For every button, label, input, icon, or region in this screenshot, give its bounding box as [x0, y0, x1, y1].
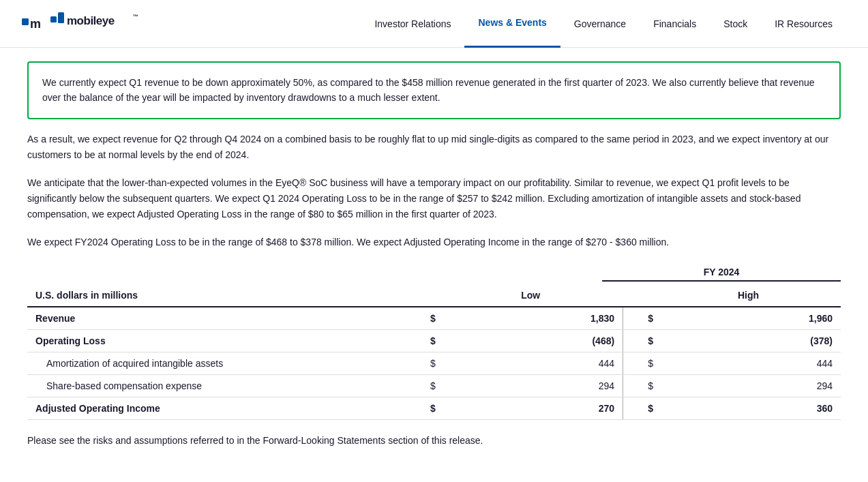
value-high-operating-loss: (378) [656, 330, 841, 352]
svg-text:mobileye: mobileye [67, 14, 115, 27]
nav-ir-resources[interactable]: IR Resources [761, 0, 846, 48]
paragraph-3: We anticipate that the lower-than-expect… [27, 175, 841, 222]
table-row: Adjusted Operating Income$270$360 [27, 397, 841, 420]
value-low-operating-loss: (468) [438, 330, 623, 352]
financial-table: U.S. dollars in millions Low High Revenu… [27, 284, 841, 420]
divider-share-based [623, 375, 640, 397]
value-high-amortization: 444 [656, 352, 841, 375]
dollar-high-revenue: $ [640, 307, 656, 330]
divider-amortization [623, 352, 640, 375]
svg-rect-1 [22, 18, 29, 25]
table-row: Amortization of acquired intangible asse… [27, 352, 841, 375]
divider-operating-loss [623, 330, 640, 352]
logo[interactable]: m mobileye ™ [22, 11, 139, 37]
table-header-row: U.S. dollars in millions Low High [27, 284, 841, 307]
value-high-revenue: 1,960 [656, 307, 841, 330]
dollar-high-operating-loss: $ [640, 330, 656, 352]
main-nav: Investor Relations News & Events Governa… [361, 0, 846, 48]
svg-rect-3 [50, 16, 57, 22]
highlight-paragraph: We currently expect Q1 revenue to be dow… [27, 61, 841, 119]
nav-financials[interactable]: Financials [640, 0, 710, 48]
table-row: Operating Loss$(468)$(378) [27, 330, 841, 352]
paragraph-2: As a result, we expect revenue for Q2 th… [27, 132, 841, 163]
divider-adjusted-operating-income [623, 397, 640, 420]
dollar-low-share-based: $ [422, 375, 438, 397]
svg-text:m: m [30, 17, 41, 31]
row-label-revenue: Revenue [27, 307, 422, 330]
table-row: Share-based compensation expense$294$294 [27, 375, 841, 397]
nav-news-events[interactable]: News & Events [464, 0, 560, 48]
value-low-revenue: 1,830 [438, 307, 623, 330]
table-row: Revenue$1,830$1,960 [27, 307, 841, 330]
dollar-high-share-based: $ [640, 375, 656, 397]
svg-rect-4 [58, 12, 64, 23]
dollar-low-operating-loss: $ [422, 330, 438, 352]
dollar-low-amortization: $ [422, 352, 438, 375]
fy-label-row: FY 2024 [27, 267, 841, 282]
row-label-amortization: Amortization of acquired intangible asse… [27, 352, 422, 375]
value-low-amortization: 444 [438, 352, 623, 375]
logo-text: mobileye ™ [50, 11, 139, 37]
fy-label: FY 2024 [602, 267, 841, 282]
dollar-low-adjusted-operating-income: $ [422, 397, 438, 420]
nav-governance[interactable]: Governance [560, 0, 640, 48]
row-label-operating-loss: Operating Loss [27, 330, 422, 352]
col-dollar-high [640, 284, 656, 307]
divider-revenue [623, 307, 640, 330]
site-header: m mobileye ™ Investor Relations News & E… [0, 0, 868, 48]
main-content: We currently expect Q1 revenue to be dow… [0, 48, 868, 475]
value-low-share-based: 294 [438, 375, 623, 397]
col-high-header: High [656, 284, 841, 307]
nav-investor-relations[interactable]: Investor Relations [361, 0, 464, 48]
value-high-share-based: 294 [656, 375, 841, 397]
value-high-adjusted-operating-income: 360 [656, 397, 841, 420]
paragraph-4: We expect FY2024 Operating Loss to be in… [27, 235, 841, 250]
value-low-adjusted-operating-income: 270 [438, 397, 623, 420]
col-description: U.S. dollars in millions [27, 284, 422, 307]
row-label-share-based: Share-based compensation expense [27, 375, 422, 397]
dollar-high-amortization: $ [640, 352, 656, 375]
col-dollar-low [422, 284, 438, 307]
nav-stock[interactable]: Stock [710, 0, 761, 48]
highlight-text: We currently expect Q1 revenue to be dow… [42, 77, 815, 103]
dollar-high-adjusted-operating-income: $ [640, 397, 656, 420]
row-label-adjusted-operating-income: Adjusted Operating Income [27, 397, 422, 420]
col-low-header: Low [438, 284, 623, 307]
col-divider [623, 284, 640, 307]
footer-note: Please see the risks and assumptions ref… [27, 434, 841, 448]
financial-table-section: FY 2024 U.S. dollars in millions Low Hig… [27, 267, 841, 448]
logo-icon: m [22, 14, 46, 33]
svg-text:™: ™ [133, 14, 138, 20]
dollar-low-revenue: $ [422, 307, 438, 330]
